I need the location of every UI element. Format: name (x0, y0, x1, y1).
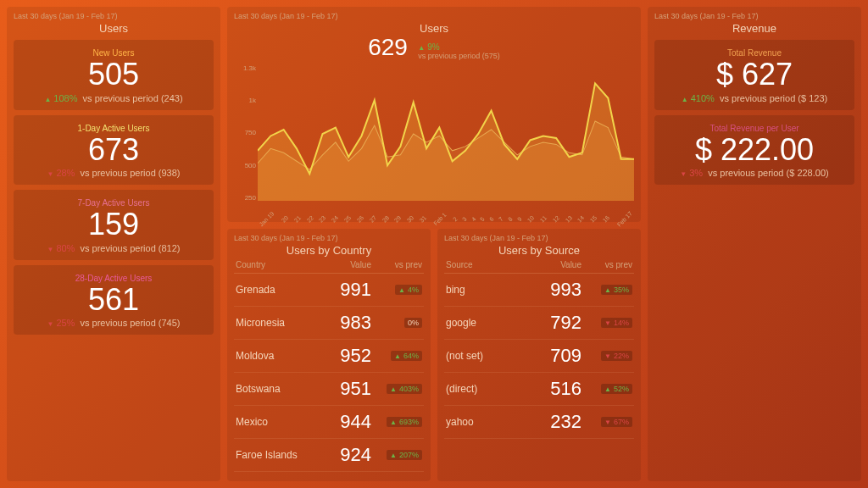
users-title: Users (14, 22, 214, 35)
card-value: 505 (22, 58, 205, 92)
card-value: $ 627 (663, 58, 846, 92)
period-label: Last 30 days (Jan 19 - Feb 17) (234, 12, 634, 20)
metric-card: Total Revenue per User $ 222.00 3% vs pr… (654, 115, 854, 186)
metric-card: New Users 505 108% vs previous period (2… (14, 40, 214, 110)
source-title: Users by Source (444, 244, 634, 257)
table-header: Country Value vs prev (234, 257, 424, 274)
period-label: Last 30 days (Jan 19 - Feb 17) (14, 12, 214, 20)
table-row: Faroe Islands924207% (234, 439, 424, 472)
country-title: Users by Country (234, 244, 424, 257)
chart-delta: 9% (418, 42, 500, 52)
card-delta: 3% vs previous period ($ 228.00) (663, 168, 846, 178)
card-value: 561 (22, 283, 205, 317)
table-row: Grenada9914% (234, 274, 424, 307)
revenue-title: Revenue (654, 22, 854, 35)
chart-title: Users (234, 22, 634, 35)
card-delta: 25% vs previous period (745) (22, 318, 205, 328)
table-row: Micronesia9830% (234, 307, 424, 340)
revenue-panel: Last 30 days (Jan 19 - Feb 17) Revenue T… (648, 7, 861, 481)
chart-panel: Last 30 days (Jan 19 - Feb 17) Users 629… (227, 7, 641, 222)
period-label: Last 30 days (Jan 19 - Feb 17) (654, 12, 854, 20)
metric-card: 1-Day Active Users 673 28% vs previous p… (14, 115, 214, 186)
line-chart: 1.3k1k750500250 Jan 19202122232425262728… (234, 64, 634, 217)
metric-card: Total Revenue $ 627 410% vs previous per… (654, 40, 854, 110)
card-value: 673 (22, 133, 205, 167)
period-label: Last 30 days (Jan 19 - Feb 17) (444, 234, 634, 242)
card-delta: 28% vs previous period (938) (22, 168, 205, 178)
card-label: 1-Day Active Users (22, 124, 205, 133)
card-label: Total Revenue per User (663, 124, 846, 133)
table-row: yahoo23267% (444, 406, 634, 439)
table-header: Source Value vs prev (444, 257, 634, 274)
card-value: 159 (22, 208, 205, 241)
card-value: $ 222.00 (663, 133, 846, 167)
table-row: (not set)70922% (444, 340, 634, 373)
source-panel: Last 30 days (Jan 19 - Feb 17) Users by … (437, 229, 641, 481)
chart-prev: vs previous period (575) (418, 52, 500, 60)
card-delta: 80% vs previous period (812) (22, 243, 205, 253)
chart-value: 629 (368, 35, 408, 61)
table-row: Moldova95264% (234, 340, 424, 373)
table-row: Mexico944693% (234, 406, 424, 439)
card-delta: 410% vs previous period ($ 123) (663, 93, 846, 103)
table-row: bing99335% (444, 274, 634, 307)
period-label: Last 30 days (Jan 19 - Feb 17) (234, 234, 424, 242)
table-row: Botswana951403% (234, 373, 424, 406)
country-panel: Last 30 days (Jan 19 - Feb 17) Users by … (227, 229, 431, 481)
table-row: (direct)51652% (444, 373, 634, 406)
metric-card: 7-Day Active Users 159 80% vs previous p… (14, 190, 214, 260)
table-row: google79214% (444, 307, 634, 340)
users-panel: Last 30 days (Jan 19 - Feb 17) Users New… (7, 7, 220, 481)
metric-card: 28-Day Active Users 561 25% vs previous … (14, 265, 214, 336)
card-delta: 108% vs previous period (243) (22, 93, 205, 103)
